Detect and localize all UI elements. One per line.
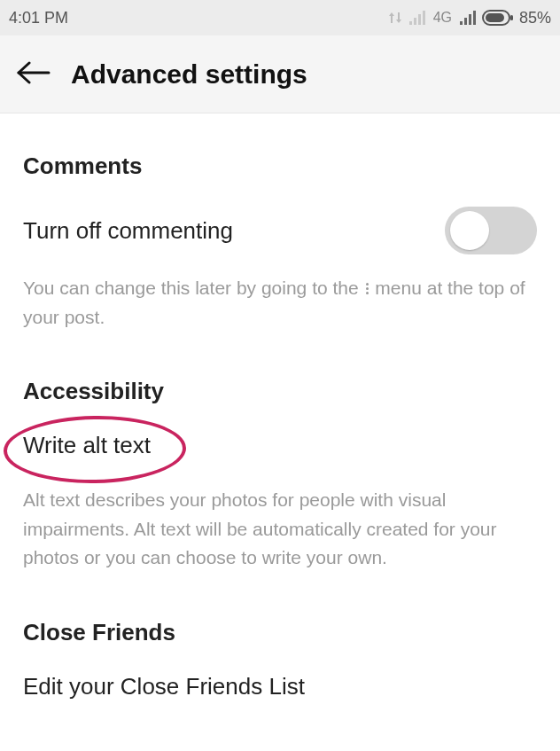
battery-icon — [482, 10, 514, 26]
signal-sim2-icon — [459, 11, 477, 25]
svg-rect-2 — [418, 14, 421, 25]
svg-rect-7 — [473, 11, 476, 25]
write-alt-text-link[interactable]: Write alt text — [23, 432, 151, 458]
content: Comments Turn off commenting You can cha… — [0, 113, 560, 700]
accessibility-helper-text: Alt text describes your photos for peopl… — [23, 486, 537, 573]
comments-helper-text: You can change this later by going to th… — [23, 274, 537, 332]
status-bar: 4:01 PM 4G 85% — [0, 0, 560, 35]
arrow-left-icon — [17, 61, 51, 88]
section-comments-title: Comments — [23, 153, 537, 180]
data-transfer-icon — [387, 11, 403, 25]
section-accessibility-title: Accessibility — [23, 378, 537, 405]
turn-off-commenting-toggle[interactable] — [445, 207, 537, 254]
svg-rect-5 — [464, 18, 467, 25]
status-time: 4:01 PM — [9, 9, 68, 27]
edit-close-friends-link[interactable]: Edit your Close Friends List — [23, 673, 305, 700]
row-write-alt-text: Write alt text — [23, 432, 537, 459]
status-indicators: 4G 85% — [387, 9, 551, 27]
svg-rect-4 — [460, 21, 463, 25]
svg-rect-10 — [510, 15, 513, 20]
svg-rect-6 — [469, 14, 471, 25]
svg-rect-1 — [414, 18, 416, 25]
page-title: Advanced settings — [71, 59, 307, 90]
row-turn-off-commenting: Turn off commenting — [23, 207, 537, 254]
section-close-friends-title: Close Friends — [23, 619, 537, 646]
comments-helper-before: You can change this later by going to th… — [23, 278, 364, 298]
svg-rect-3 — [423, 11, 425, 25]
network-type: 4G — [433, 10, 452, 26]
battery-percent: 85% — [519, 9, 551, 27]
svg-rect-9 — [486, 13, 504, 22]
turn-off-commenting-label: Turn off commenting — [23, 217, 233, 245]
header: Advanced settings — [0, 35, 560, 113]
signal-sim1-icon — [408, 11, 426, 25]
svg-rect-0 — [409, 21, 412, 25]
toggle-knob — [450, 211, 489, 250]
back-button[interactable] — [12, 53, 55, 96]
row-edit-close-friends: Edit your Close Friends List — [23, 673, 537, 700]
kebab-menu-icon — [366, 282, 369, 295]
